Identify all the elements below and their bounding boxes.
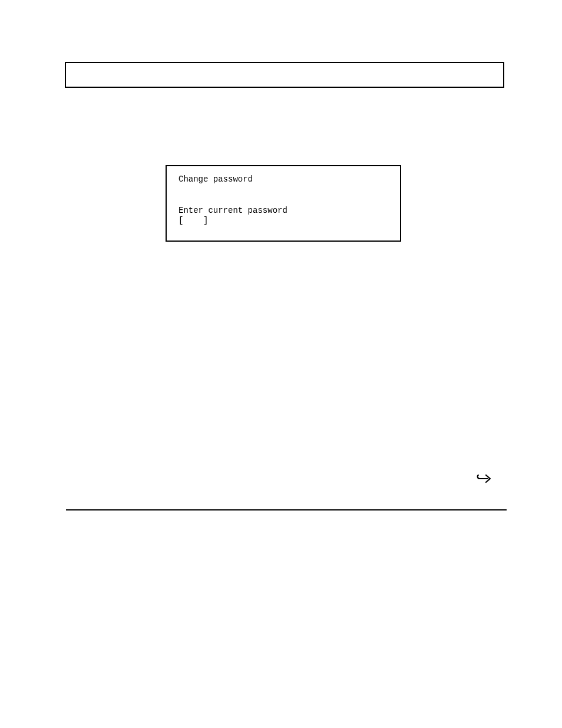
continue-arrow-icon — [476, 472, 494, 485]
page-title-box — [65, 62, 504, 88]
password-prompt: Enter current password — [178, 206, 389, 216]
password-input-row[interactable]: [ ] — [178, 216, 389, 226]
bracket-close: ] — [203, 216, 208, 225]
panel-title: Change password — [178, 174, 389, 185]
change-password-panel: Change password Enter current password [… — [166, 165, 401, 242]
footer-divider — [66, 509, 507, 510]
password-input[interactable] — [183, 216, 203, 225]
